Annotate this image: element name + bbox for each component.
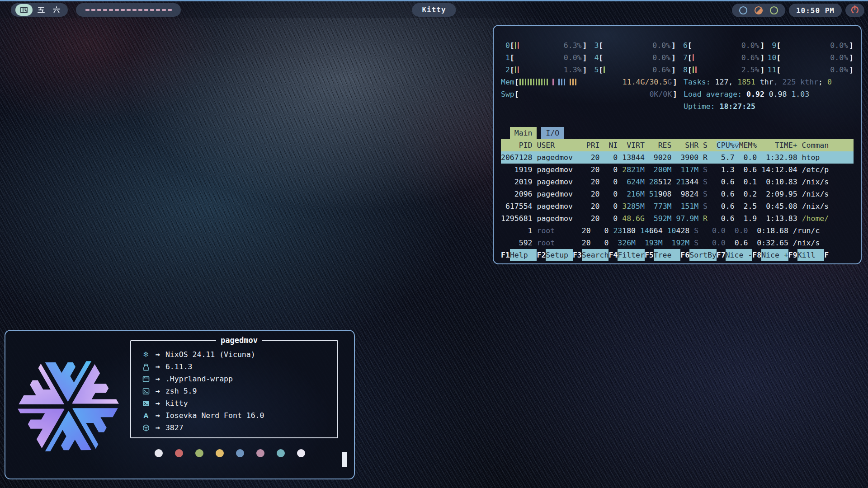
meter-tick [541, 79, 542, 85]
fastfetch-entry: A→Iosevka Nerd Font 16.0 [141, 409, 337, 422]
meter-tick [518, 42, 519, 49]
fkey-button[interactable]: F4 [609, 249, 618, 261]
meter-bracket: ] [583, 52, 587, 64]
process-row[interactable]: 2019 pagedmov 20 0 624M 28512 21344 S 0.… [501, 176, 854, 188]
text-segment [645, 214, 654, 223]
meter-tick [519, 79, 521, 85]
meter-bar: 1.3% [514, 64, 583, 76]
clock-button[interactable]: 10:50 PM [789, 4, 842, 17]
text-segment: 0.6 2.5 0:45.08 /nix/s [708, 202, 829, 211]
text-segment: 664 [649, 226, 663, 235]
workspace-button-2[interactable]: 五 [34, 4, 48, 16]
fkey-label[interactable]: Help [510, 249, 537, 261]
text-segment: Load average: [684, 90, 746, 99]
fkey-label[interactable]: Search [582, 249, 609, 261]
meter-percent: 6.3% [564, 39, 582, 52]
fkey-label[interactable]: Kill [797, 249, 825, 261]
function-key-bar: F1HelpF2SetupF3SearchF4FilterF5TreeF6Sor… [501, 249, 854, 261]
text-segment: , [774, 78, 783, 86]
meter-label: Swp [501, 88, 514, 100]
process-row[interactable]: 1919 pagedmov 20 0 2821M 200M 117M S 1.3… [501, 164, 854, 176]
text-segment: 2019 pagedmov 20 0 [501, 178, 627, 186]
meter-bar: 0.6% [603, 64, 671, 76]
text-segment [672, 178, 676, 186]
nix-snowflake-icon: ❄ [141, 351, 151, 359]
music-dash [97, 9, 101, 11]
fastfetch-entry: →6.11.3 [141, 361, 337, 373]
text-segment: 908 [658, 190, 672, 198]
text-segment: 11.4G/30.5 [623, 78, 667, 86]
meter-value: 0K/0K [649, 88, 672, 100]
green-circle-icon[interactable] [769, 5, 779, 15]
text-segment: S [703, 190, 708, 198]
workspace-button-3[interactable]: 六 [50, 4, 63, 16]
arrow-icon: → [156, 409, 160, 422]
fkey-button[interactable]: F6 [680, 249, 689, 261]
process-table-header[interactable]: PID USER PRI NI VIRT RES SHR S CPU%▽MEM%… [501, 139, 854, 151]
text-segment [636, 226, 640, 235]
fastfetch-window: pagedmov ❄→NixOS 24.11 (Vicuna)→6.11.3→.… [5, 330, 355, 479]
fkey-label[interactable]: SortBy [689, 249, 717, 261]
fkey-label[interactable]: Filter [618, 249, 645, 261]
cpu-meter: Swp[0K/0K] [501, 88, 677, 100]
meter-tick [695, 66, 697, 73]
text-segment: 20 0 [555, 239, 618, 247]
blue-circle-icon[interactable] [738, 5, 748, 15]
terminal-icon [141, 399, 151, 408]
memory-meters: Mem[11.4G/30.5G]Swp[0K/0K] [501, 76, 677, 113]
tab-main[interactable]: Main [510, 127, 537, 139]
orange-moon-icon[interactable] [754, 5, 764, 15]
meter-tick [544, 79, 545, 85]
tab-io[interactable]: I/O [541, 127, 564, 139]
process-row[interactable]: 617554 pagedmov 20 0 3285M 773M 151M S 0… [501, 200, 854, 212]
fkey-button[interactable]: F2 [537, 249, 546, 261]
color-dot [216, 449, 224, 457]
fastfetch-title: pagedmov [216, 334, 262, 347]
fkey-button[interactable]: F9 [788, 249, 797, 261]
fkey-label[interactable]: Tree [654, 249, 681, 261]
process-row[interactable]: 1295681 pagedmov 20 0 48.6G 592M 97.9M R… [501, 212, 854, 225]
fkey-button[interactable]: F3 [573, 249, 582, 261]
color-dot [236, 449, 244, 457]
fkey-button[interactable]: F [824, 249, 829, 261]
process-row[interactable]: 2096 pagedmov 20 0 216M 51908 9824 S 0.6… [501, 188, 854, 200]
process-row[interactable]: 1 root 20 0 23180 14664 10428 S 0.0 0.0 … [501, 225, 854, 237]
process-row[interactable]: 592 root 20 0 326M 193M 192M S 0.0 0.6 0… [501, 237, 854, 249]
meter-bracket: [ [599, 39, 603, 52]
meter-bracket: ] [583, 64, 587, 76]
text-segment: 0.0 [726, 226, 748, 235]
meter-label: Mem [501, 76, 514, 88]
meter-ticks [693, 54, 694, 61]
meter-tick [538, 79, 540, 85]
fastfetch-value: kitty [165, 397, 188, 409]
text-segment: 97.9M [676, 214, 698, 223]
fkey-label[interactable]: Nice + [761, 249, 788, 261]
fkey-label[interactable]: Setup [546, 249, 573, 261]
meter-label: 5 [590, 64, 599, 76]
meter-bar: 0.0% [603, 52, 671, 64]
color-dot [195, 449, 203, 457]
text-segment: 225 kthr [783, 78, 818, 86]
meter-label: 2 [501, 64, 510, 76]
fkey-button[interactable]: F8 [752, 249, 761, 261]
cpu-meter: 5[0.6%] [590, 64, 676, 76]
svg-text:A: A [144, 412, 149, 419]
text-segment: 51 [649, 190, 658, 198]
workspace-button-1[interactable]: 四 [15, 4, 33, 16]
music-progress[interactable] [76, 3, 181, 17]
fkey-button[interactable]: F5 [645, 249, 654, 261]
power-button[interactable] [845, 4, 864, 17]
meter-tick [525, 79, 526, 85]
meter-bar: 0.0% [781, 52, 849, 64]
text-segment: 0.98 [769, 90, 792, 99]
process-row[interactable]: 2067128 pagedmov 20 0 13844 9020 3900 R … [501, 151, 854, 164]
fkey-button[interactable]: F7 [717, 249, 726, 261]
text-segment: 117M [680, 165, 698, 174]
power-icon [850, 5, 860, 16]
fkey-button[interactable]: F1 [501, 249, 510, 261]
text-segment [672, 202, 681, 211]
text-segment: G [667, 78, 672, 86]
meter-bracket: [ [599, 52, 603, 64]
fkey-label[interactable]: Nice - [726, 249, 753, 261]
stat-line: Load average: 0.92 0.98 1.03 [684, 88, 854, 100]
